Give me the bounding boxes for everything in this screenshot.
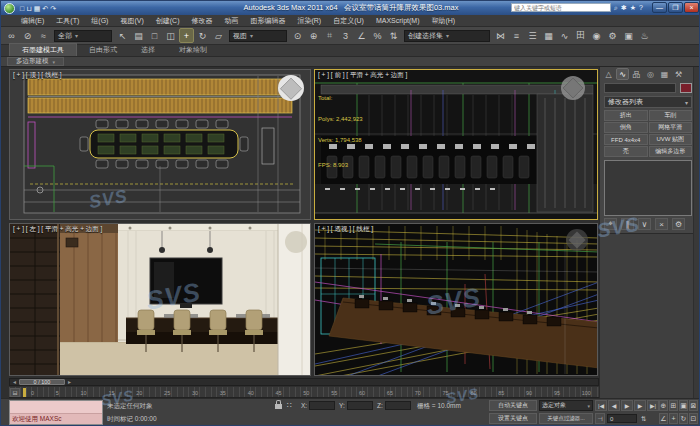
show-end-result-icon[interactable]: ∥ <box>621 218 634 230</box>
object-name-field[interactable] <box>604 83 676 93</box>
tab-utilities[interactable]: ⚒ <box>672 68 685 80</box>
material-editor-icon[interactable]: ◉ <box>589 28 604 43</box>
time-slider[interactable]: ◂ 0 / 100 ▸ <box>9 378 599 386</box>
snaps-toggle-icon[interactable]: 3 <box>338 28 353 43</box>
polygon-modeling-panel[interactable]: 多边形建模 <box>7 57 64 66</box>
menu-maxscript[interactable]: MAXScript(M) <box>370 17 426 24</box>
menu-group[interactable]: 组(G) <box>85 16 114 26</box>
zoom-all-icon[interactable]: ⊞ <box>669 400 678 411</box>
field-of-view-icon[interactable]: ∠ <box>659 413 668 424</box>
previous-frame-button[interactable]: ◀ <box>608 400 620 411</box>
save-file-icon[interactable]: ▦ <box>34 3 41 14</box>
tab-object-paint[interactable]: 对象绘制 <box>167 44 219 56</box>
viewport-perspective[interactable]: [ + ] [ 透视 ] [ 线框 ] <box>314 223 598 376</box>
modifier-meshsmooth-button[interactable]: 网格平滑 <box>649 122 693 133</box>
frame-indicator[interactable] <box>23 388 26 397</box>
track-bar[interactable]: ⊟ 05101520253035404550556065707580859095… <box>9 387 599 398</box>
named-selection-sets-dropdown[interactable]: 创建选择集 <box>404 30 490 42</box>
select-and-rotate-icon[interactable]: ↻ <box>195 28 210 43</box>
keyboard-shortcut-override-icon[interactable]: ⌗ <box>322 28 337 43</box>
modifier-ffd-button[interactable]: FFD 4x4x4 <box>604 134 648 145</box>
frame-spinner[interactable]: ⇅ <box>641 415 646 423</box>
unlink-selection-icon[interactable]: ⊘ <box>20 28 35 43</box>
select-and-scale-icon[interactable]: ▱ <box>211 28 226 43</box>
maximize-button[interactable]: ❐ <box>668 2 683 13</box>
next-frame-button[interactable]: ▶ <box>634 400 646 411</box>
rectangular-selection-icon[interactable]: □ <box>147 28 162 43</box>
render-setup-icon[interactable]: ⚙ <box>605 28 620 43</box>
object-color-swatch[interactable] <box>680 83 692 93</box>
application-menu-button[interactable] <box>4 3 15 14</box>
modifier-list-dropdown[interactable]: 修改器列表 <box>604 96 692 108</box>
align-icon[interactable]: ≡ <box>509 28 524 43</box>
render-production-icon[interactable]: ♨ <box>637 28 652 43</box>
absolute-mode-icon[interactable]: ∷ <box>287 401 292 410</box>
viewport-front[interactable]: [ + ] [ 前 ] [ 平滑 + 高光 + 边面 ] Total: Poly… <box>314 69 598 220</box>
tab-hierarchy[interactable]: 品 <box>630 68 643 80</box>
maximize-viewport-icon[interactable]: ⊡ <box>689 413 698 424</box>
select-and-manipulate-icon[interactable]: ⊕ <box>306 28 321 43</box>
modifier-extrude-button[interactable]: 挤出 <box>604 110 648 121</box>
modifier-shell-button[interactable]: 壳 <box>604 146 648 157</box>
close-button[interactable]: × <box>684 2 699 13</box>
viewport-top-label[interactable]: [ + ] [ 顶 ] [ 线框 ] <box>13 71 62 80</box>
selection-lock-icon[interactable] <box>275 404 282 409</box>
angle-snap-icon[interactable]: ∠ <box>354 28 369 43</box>
tab-modify[interactable]: ∿ <box>616 68 629 80</box>
menu-graph-editors[interactable]: 图形编辑器 <box>244 16 291 26</box>
favorites-icon[interactable]: ★ <box>630 4 636 12</box>
zoom-icon[interactable]: ⊕ <box>659 400 668 411</box>
modifier-lathe-button[interactable]: 车削 <box>649 110 693 121</box>
panel-scrollbar[interactable] <box>693 67 700 398</box>
schematic-view-icon[interactable]: 田 <box>573 28 588 43</box>
y-coordinate-field[interactable] <box>347 401 373 410</box>
menu-rendering[interactable]: 渲染(R) <box>291 16 327 26</box>
select-and-link-icon[interactable]: ∞ <box>4 28 19 43</box>
x-coordinate-field[interactable] <box>309 401 335 410</box>
tab-freeform[interactable]: 自由形式 <box>77 44 129 56</box>
menu-help[interactable]: 帮助(H) <box>425 16 461 26</box>
modifier-bevel-button[interactable]: 倒角 <box>604 122 648 133</box>
spinner-snap-icon[interactable]: ⇅ <box>386 28 401 43</box>
remove-modifier-icon[interactable]: × <box>655 218 668 230</box>
infocenter-search-input[interactable] <box>511 3 611 12</box>
auto-key-button[interactable]: 自动关键点 <box>489 400 537 411</box>
graphite-ribbon-toggle-icon[interactable]: ▦ <box>541 28 556 43</box>
time-slider-handle[interactable]: 0 / 100 <box>19 379 65 385</box>
go-to-end-button[interactable]: ▶| <box>647 400 659 411</box>
maxscript-mini-listener[interactable]: 欢迎使用 MAXSc <box>9 400 103 425</box>
menu-customize[interactable]: 自定义(U) <box>327 16 370 26</box>
modifier-stack-list[interactable] <box>604 160 692 216</box>
viewport-left-label[interactable]: [ + ] [ 左 ] [ 平滑 + 高光 + 边面 ] <box>13 225 102 234</box>
modifier-uvw-map-button[interactable]: UVW 贴图 <box>649 134 693 145</box>
tab-motion[interactable]: ◎ <box>644 68 657 80</box>
new-scene-icon[interactable]: □ <box>20 3 24 14</box>
use-pivot-center-icon[interactable]: ⊙ <box>290 28 305 43</box>
time-tag[interactable]: 时间标记 0:00:00 <box>107 415 157 424</box>
time-slider-prev-arrow[interactable]: ◂ <box>10 379 19 385</box>
configure-modifier-sets-icon[interactable]: ⚙ <box>672 218 685 230</box>
undo-icon[interactable]: ↶ <box>42 3 48 14</box>
bind-to-space-warp-icon[interactable]: ≈ <box>36 28 51 43</box>
set-key-button[interactable]: 设置关键点 <box>489 413 537 424</box>
mirror-icon[interactable]: ⋈ <box>493 28 508 43</box>
modifier-edit-poly-button[interactable]: 编辑多边形 <box>649 146 693 157</box>
menu-edit[interactable]: 编辑(E) <box>15 16 50 26</box>
orbit-icon[interactable]: ↻ <box>679 413 688 424</box>
play-button[interactable]: ▶ <box>621 400 633 411</box>
percent-snap-icon[interactable]: % <box>370 28 385 43</box>
tab-display[interactable]: ▦ <box>658 68 671 80</box>
key-filters-button[interactable]: 关键点过滤器... <box>539 413 593 424</box>
menu-views[interactable]: 视图(V) <box>114 16 149 26</box>
help-icon[interactable]: ? <box>639 4 643 12</box>
go-to-start-button[interactable]: |◀ <box>595 400 607 411</box>
viewport-left[interactable]: [ + ] [ 左 ] [ 平滑 + 高光 + 边面 ] <box>9 223 311 376</box>
subscription-icon[interactable]: ✱ <box>621 4 627 12</box>
zoom-extents-all-icon[interactable]: ⊠ <box>689 400 698 411</box>
current-frame-field[interactable]: 0 <box>607 414 637 423</box>
minimize-button[interactable]: — <box>652 2 667 13</box>
mini-curve-editor-icon[interactable]: ⊟ <box>10 388 20 397</box>
viewport-front-label[interactable]: [ + ] [ 前 ] [ 平滑 + 高光 + 边面 ] <box>318 71 407 80</box>
make-unique-icon[interactable]: ∨ <box>638 218 651 230</box>
key-selection-dropdown[interactable]: 选定对象 <box>539 400 593 411</box>
